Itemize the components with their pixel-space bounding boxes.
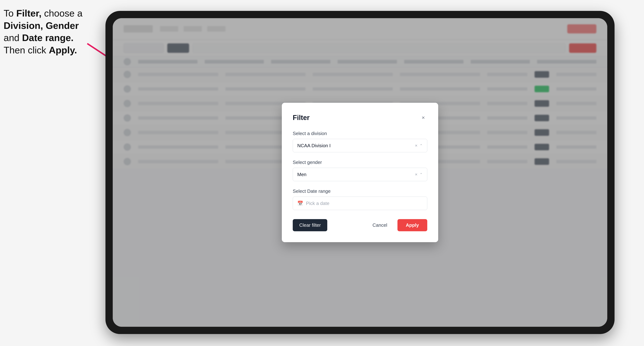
gender-value: Men xyxy=(297,172,306,177)
date-input[interactable]: 📅 Pick a date xyxy=(293,197,427,210)
gender-select-actions: × ⌃ xyxy=(415,172,423,177)
modal-footer-right: Cancel Apply xyxy=(366,219,427,231)
division-clear-icon[interactable]: × xyxy=(415,143,418,148)
date-label: Select Date range xyxy=(293,188,427,194)
modal-close-button[interactable]: × xyxy=(419,114,427,122)
modal-header: Filter × xyxy=(293,114,427,122)
instruction-line4: Then click Apply. xyxy=(4,45,77,55)
tablet-device: Filter × Select a division NCAA Division… xyxy=(106,11,614,334)
instruction-line1: To Filter, choose a xyxy=(4,8,82,18)
date-range-field: Select Date range 📅 Pick a date xyxy=(293,188,427,210)
division-select[interactable]: NCAA Division I × ⌃ xyxy=(293,139,427,152)
bold-date-range: Date range. xyxy=(22,32,74,43)
division-field: Select a division NCAA Division I × ⌃ xyxy=(293,131,427,152)
division-caret-icon: ⌃ xyxy=(420,143,423,148)
gender-clear-icon[interactable]: × xyxy=(415,172,418,177)
apply-button[interactable]: Apply xyxy=(398,219,427,231)
instruction-line3: and Date range. xyxy=(4,32,74,43)
gender-caret-icon: ⌃ xyxy=(420,172,423,177)
division-label: Select a division xyxy=(293,131,427,136)
modal-footer: Clear filter Cancel Apply xyxy=(293,219,427,231)
bold-apply: Apply. xyxy=(49,45,77,55)
modal-overlay: Filter × Select a division NCAA Division… xyxy=(113,18,607,327)
calendar-icon: 📅 xyxy=(297,201,303,206)
modal-title: Filter xyxy=(293,114,310,122)
tablet-screen: Filter × Select a division NCAA Division… xyxy=(113,18,607,327)
division-select-actions: × ⌃ xyxy=(415,143,423,148)
gender-select[interactable]: Men × ⌃ xyxy=(293,168,427,181)
clear-filter-button[interactable]: Clear filter xyxy=(293,219,327,231)
gender-field: Select gender Men × ⌃ xyxy=(293,160,427,181)
cancel-button[interactable]: Cancel xyxy=(366,219,394,231)
bold-filter: Filter, xyxy=(16,8,42,18)
gender-label: Select gender xyxy=(293,160,427,165)
instruction-text: To Filter, choose a Division, Gender and… xyxy=(4,7,109,56)
date-placeholder: Pick a date xyxy=(306,201,330,206)
bold-division-gender: Division, Gender xyxy=(4,20,79,31)
filter-modal: Filter × Select a division NCAA Division… xyxy=(282,103,438,242)
division-value: NCAA Division I xyxy=(297,143,331,149)
